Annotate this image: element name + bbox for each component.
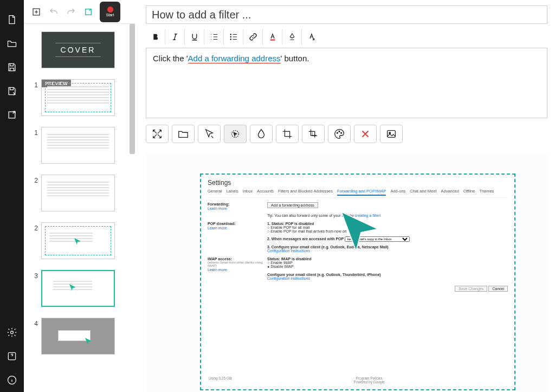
open-folder-icon[interactable] [0, 31, 24, 55]
svg-point-5 [230, 34, 231, 35]
editor-area: Click the 'Add a forwarding address' but… [135, 0, 555, 392]
export-icon[interactable] [0, 103, 24, 127]
image-tool[interactable] [380, 125, 403, 143]
svg-rect-13 [388, 131, 396, 138]
slide-3[interactable]: 3 [29, 270, 130, 307]
cover-thumb[interactable]: COVER [41, 31, 115, 68]
highlight-button[interactable] [282, 29, 302, 45]
cursor-overlay [337, 207, 385, 256]
text-color-button[interactable] [263, 29, 282, 45]
slides-scrollbar[interactable] [130, 24, 135, 154]
image-tools [146, 125, 547, 143]
slides-panel: COVER 1 PREVIEW 1 2 2 3 4 [24, 24, 135, 392]
bold-button[interactable] [146, 29, 165, 45]
spotlight-tool[interactable] [224, 125, 247, 143]
crop-tool[interactable] [276, 125, 299, 143]
slide-1[interactable]: 1 [29, 127, 130, 164]
svg-rect-8 [270, 40, 275, 41]
italic-button[interactable] [165, 29, 185, 45]
multi-crop-tool[interactable] [302, 125, 325, 143]
slide-2a[interactable]: 2 [29, 175, 130, 211]
add-slide-button[interactable] [28, 4, 44, 20]
highlight-frame[interactable]: Settings General Labels Inbox Accounts F… [200, 173, 515, 390]
frame-button[interactable] [80, 4, 96, 20]
save-icon[interactable] [0, 55, 24, 79]
redo-button[interactable] [63, 4, 79, 20]
pointer-tool[interactable] [198, 125, 221, 143]
svg-point-0 [11, 331, 14, 334]
save-as-icon[interactable] [0, 79, 24, 103]
slide-cover[interactable]: COVER [29, 31, 130, 68]
svg-point-7 [230, 39, 231, 40]
record-label: Start [106, 13, 114, 17]
add-forwarding-button[interactable]: Add a forwarding address [267, 202, 318, 208]
help-icon[interactable] [0, 344, 24, 368]
delete-tool[interactable] [354, 125, 377, 143]
format-toolbar [146, 26, 547, 48]
expand-tool[interactable] [146, 125, 169, 143]
top-toolbar: Start [24, 0, 135, 24]
screenshot-canvas[interactable]: Settings General Labels Inbox Accounts F… [146, 154, 547, 392]
step-title-input[interactable] [146, 5, 547, 24]
link-button[interactable] [243, 29, 263, 45]
svg-point-6 [230, 36, 231, 37]
description-link: Add a forwarding address [188, 54, 281, 63]
folder-tool[interactable] [172, 125, 195, 143]
record-button[interactable]: Start [100, 2, 120, 22]
record-dot-icon [107, 7, 113, 12]
undo-button[interactable] [46, 4, 62, 20]
new-document-icon[interactable] [0, 8, 24, 31]
settings-heading: Settings [208, 179, 508, 187]
unordered-list-button[interactable] [224, 29, 243, 45]
slide-4[interactable]: 4 [29, 318, 130, 355]
app-sidebar [0, 0, 24, 392]
description-box[interactable]: Click the 'Add a forwarding address' but… [146, 48, 547, 118]
ordered-list-button[interactable] [204, 29, 224, 45]
palette-tool[interactable] [328, 125, 351, 143]
svg-point-12 [341, 132, 342, 133]
settings-icon[interactable] [0, 320, 24, 344]
underline-button[interactable] [185, 29, 204, 45]
info-icon[interactable] [0, 368, 24, 392]
blur-tool[interactable] [250, 125, 273, 143]
clear-format-button[interactable] [302, 29, 321, 45]
svg-point-11 [339, 131, 340, 132]
slide-1-preview[interactable]: 1 PREVIEW [29, 79, 130, 116]
svg-point-10 [337, 132, 338, 133]
settings-tabs: General Labels Inbox Accounts Filters an… [208, 189, 508, 198]
slide-2b[interactable]: 2 [29, 222, 130, 259]
